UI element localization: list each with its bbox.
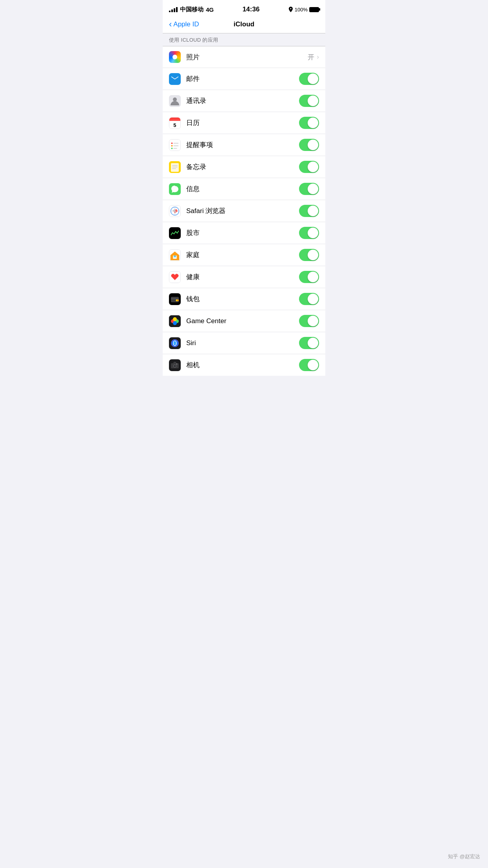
icon-mail bbox=[169, 73, 181, 85]
svg-rect-27 bbox=[174, 255, 176, 257]
svg-text:◦ ◦ ◦ ◦ ◦ ◦ ◦: ◦ ◦ ◦ ◦ ◦ ◦ ◦ bbox=[170, 118, 179, 121]
toggle-messages[interactable] bbox=[299, 183, 319, 195]
svg-point-43 bbox=[176, 364, 177, 364]
toggle-knob-stocks bbox=[308, 228, 318, 238]
toggle-knob-messages bbox=[308, 184, 318, 194]
icon-wallet bbox=[169, 293, 181, 305]
svg-point-9 bbox=[171, 145, 173, 147]
toggle-health[interactable] bbox=[299, 271, 319, 283]
battery-fill bbox=[310, 8, 318, 11]
svg-point-36 bbox=[173, 317, 177, 321]
toggle-knob-reminders bbox=[308, 140, 318, 150]
svg-rect-17 bbox=[172, 168, 176, 169]
page-title: iCloud bbox=[234, 20, 255, 28]
list-item-camera[interactable]: 相机 bbox=[163, 354, 325, 376]
toggle-knob-gamecenter bbox=[308, 316, 318, 326]
list-item-notes[interactable]: 备忘录 bbox=[163, 156, 325, 178]
carrier-label: 中国移动 bbox=[180, 6, 204, 13]
app-label-safari: Safari 浏览器 bbox=[186, 206, 299, 215]
icon-notes bbox=[169, 161, 181, 173]
list-item-home[interactable]: 家庭 bbox=[163, 244, 325, 266]
app-label-siri: Siri bbox=[186, 339, 299, 347]
toggle-knob-siri bbox=[308, 338, 318, 348]
battery-percent: 100% bbox=[295, 7, 308, 13]
app-label-messages: 信息 bbox=[186, 184, 299, 193]
svg-rect-16 bbox=[172, 167, 178, 167]
list-item-messages[interactable]: 信息 bbox=[163, 178, 325, 200]
signal-bars bbox=[169, 7, 178, 12]
toggle-stocks[interactable] bbox=[299, 227, 319, 239]
list-item-photos[interactable]: 照片 开 › bbox=[163, 46, 325, 68]
list-item-mail[interactable]: 邮件 bbox=[163, 68, 325, 90]
app-label-calendar: 日历 bbox=[186, 118, 299, 127]
app-label-mail: 邮件 bbox=[186, 74, 299, 83]
toggle-reminders[interactable] bbox=[299, 139, 319, 151]
icon-siri bbox=[169, 337, 181, 349]
toggle-mail[interactable] bbox=[299, 73, 319, 85]
list-item-siri[interactable]: Siri bbox=[163, 332, 325, 354]
network-label: 4G bbox=[206, 6, 214, 13]
list-item-wallet[interactable]: 钱包 bbox=[163, 288, 325, 310]
item-right-photos: 开 › bbox=[308, 53, 319, 62]
icon-health bbox=[169, 271, 181, 283]
svg-point-7 bbox=[171, 142, 173, 144]
toggle-knob-calendar bbox=[308, 118, 318, 128]
app-label-wallet: 钱包 bbox=[186, 294, 299, 303]
toggle-knob-camera bbox=[308, 360, 318, 370]
app-label-stocks: 股市 bbox=[186, 228, 299, 237]
list-item-stocks[interactable]: 股市 bbox=[163, 222, 325, 244]
list-item-calendar[interactable]: 5◦ ◦ ◦ ◦ ◦ ◦ ◦ 日历 bbox=[163, 112, 325, 134]
svg-rect-6 bbox=[169, 140, 180, 151]
icon-calendar: 5◦ ◦ ◦ ◦ ◦ ◦ ◦ bbox=[169, 117, 181, 129]
toggle-knob-home bbox=[308, 250, 318, 260]
app-label-gamecenter: Game Center bbox=[186, 317, 299, 325]
app-label-health: 健康 bbox=[186, 272, 299, 281]
toggle-knob-mail bbox=[308, 74, 318, 84]
app-label-reminders: 提醒事项 bbox=[186, 140, 299, 149]
svg-rect-10 bbox=[173, 145, 178, 146]
app-label-camera: 相机 bbox=[186, 360, 299, 370]
app-list: 照片 开 › 邮件 通讯录 5◦ ◦ ◦ ◦ ◦ ◦ ◦ 日历 bbox=[163, 46, 325, 376]
icon-photos bbox=[169, 51, 181, 63]
section-header: 使用 ICLOUD 的应用 bbox=[163, 33, 325, 46]
toggle-wallet[interactable] bbox=[299, 293, 319, 305]
list-item-safari[interactable]: Safari 浏览器 bbox=[163, 200, 325, 222]
toggle-knob-safari bbox=[308, 206, 318, 216]
icon-messages bbox=[169, 183, 181, 195]
svg-rect-12 bbox=[173, 148, 177, 149]
toggle-camera[interactable] bbox=[299, 359, 319, 371]
icon-gamecenter bbox=[169, 315, 181, 327]
list-item-contacts[interactable]: 通讯录 bbox=[163, 90, 325, 112]
location-icon bbox=[288, 7, 293, 12]
toggle-contacts[interactable] bbox=[299, 95, 319, 107]
svg-text:5: 5 bbox=[173, 122, 176, 128]
back-button[interactable]: ‹ Apple ID bbox=[169, 20, 199, 29]
app-label-notes: 备忘录 bbox=[186, 162, 299, 171]
toggle-home[interactable] bbox=[299, 249, 319, 261]
toggle-calendar[interactable] bbox=[299, 117, 319, 129]
toggle-knob-health bbox=[308, 272, 318, 282]
svg-point-11 bbox=[171, 147, 173, 149]
svg-rect-15 bbox=[172, 165, 178, 166]
open-label: 开 bbox=[308, 53, 314, 62]
icon-stocks bbox=[169, 227, 181, 239]
nav-bar: ‹ Apple ID iCloud bbox=[163, 17, 325, 33]
list-item-gamecenter[interactable]: Game Center bbox=[163, 310, 325, 332]
svg-point-42 bbox=[174, 365, 176, 367]
list-item-reminders[interactable]: 提醒事项 bbox=[163, 134, 325, 156]
icon-camera bbox=[169, 359, 181, 371]
icon-reminders bbox=[169, 139, 181, 151]
svg-point-1 bbox=[173, 97, 177, 101]
toggle-siri[interactable] bbox=[299, 337, 319, 349]
list-item-health[interactable]: 健康 bbox=[163, 266, 325, 288]
svg-point-38 bbox=[171, 339, 179, 347]
svg-point-32 bbox=[177, 299, 179, 301]
toggle-knob-wallet bbox=[308, 294, 318, 304]
toggle-safari[interactable] bbox=[299, 205, 319, 217]
status-left: 中国移动 4G bbox=[169, 6, 214, 13]
icon-home bbox=[169, 249, 181, 261]
app-label-home: 家庭 bbox=[186, 250, 299, 259]
toggle-gamecenter[interactable] bbox=[299, 315, 319, 327]
toggle-knob-notes bbox=[308, 162, 318, 172]
toggle-notes[interactable] bbox=[299, 161, 319, 173]
